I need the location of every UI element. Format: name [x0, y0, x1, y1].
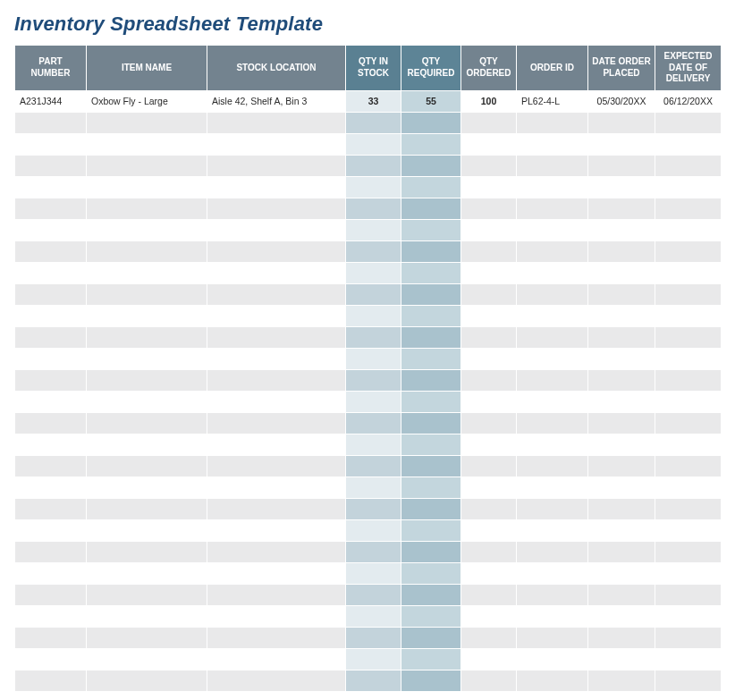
cell-item-name[interactable]	[87, 240, 207, 262]
cell-order-id[interactable]	[517, 519, 588, 541]
cell-qty-ordered[interactable]	[461, 198, 517, 219]
cell-item-name[interactable]	[87, 477, 207, 498]
cell-date-order-placed[interactable]	[588, 434, 655, 455]
cell-date-order-placed[interactable]	[588, 219, 655, 240]
cell-qty-required[interactable]	[401, 369, 461, 391]
cell-part-number[interactable]	[15, 477, 87, 498]
cell-stock-location[interactable]	[207, 477, 346, 498]
cell-qty-ordered[interactable]	[461, 369, 517, 391]
cell-stock-location[interactable]	[207, 648, 346, 670]
cell-qty-ordered[interactable]	[461, 283, 517, 305]
cell-part-number[interactable]	[15, 283, 87, 305]
cell-stock-location[interactable]: Aisle 42, Shelf A, Bin 3	[207, 90, 346, 112]
cell-qty-in-stock[interactable]	[346, 133, 401, 155]
cell-part-number[interactable]	[15, 648, 87, 670]
cell-item-name[interactable]	[87, 112, 207, 133]
cell-qty-required[interactable]	[401, 541, 461, 562]
cell-stock-location[interactable]	[207, 219, 346, 240]
cell-qty-in-stock[interactable]	[346, 176, 401, 198]
cell-part-number[interactable]	[15, 305, 87, 326]
cell-qty-ordered[interactable]	[461, 455, 517, 477]
cell-qty-required[interactable]	[401, 648, 461, 670]
cell-item-name[interactable]	[87, 541, 207, 562]
cell-date-order-placed[interactable]	[588, 198, 655, 219]
cell-expected-date-of-delivery[interactable]	[655, 541, 722, 562]
cell-stock-location[interactable]	[207, 369, 346, 391]
cell-qty-required[interactable]	[401, 176, 461, 198]
cell-item-name[interactable]	[87, 434, 207, 455]
cell-qty-required[interactable]	[401, 562, 461, 584]
cell-qty-in-stock[interactable]	[346, 584, 401, 605]
cell-order-id[interactable]	[517, 670, 588, 691]
cell-order-id[interactable]	[517, 112, 588, 133]
cell-expected-date-of-delivery[interactable]	[655, 262, 722, 283]
cell-order-id[interactable]: PL62-4-L	[517, 90, 588, 112]
cell-qty-required[interactable]	[401, 477, 461, 498]
cell-date-order-placed[interactable]	[588, 391, 655, 412]
cell-expected-date-of-delivery[interactable]	[655, 305, 722, 326]
cell-expected-date-of-delivery[interactable]	[655, 412, 722, 434]
cell-qty-required[interactable]: 55	[401, 90, 461, 112]
cell-qty-required[interactable]	[401, 455, 461, 477]
cell-date-order-placed[interactable]	[588, 369, 655, 391]
cell-date-order-placed[interactable]	[588, 627, 655, 648]
cell-qty-in-stock[interactable]	[346, 348, 401, 369]
cell-item-name[interactable]	[87, 283, 207, 305]
cell-date-order-placed[interactable]	[588, 562, 655, 584]
cell-order-id[interactable]	[517, 348, 588, 369]
cell-part-number[interactable]	[15, 155, 87, 176]
cell-qty-required[interactable]	[401, 519, 461, 541]
cell-qty-in-stock[interactable]	[346, 627, 401, 648]
cell-qty-in-stock[interactable]	[346, 391, 401, 412]
cell-order-id[interactable]	[517, 133, 588, 155]
cell-expected-date-of-delivery[interactable]	[655, 112, 722, 133]
cell-stock-location[interactable]	[207, 541, 346, 562]
cell-order-id[interactable]	[517, 369, 588, 391]
cell-qty-in-stock[interactable]	[346, 477, 401, 498]
cell-item-name[interactable]	[87, 305, 207, 326]
cell-qty-required[interactable]	[401, 584, 461, 605]
cell-order-id[interactable]	[517, 627, 588, 648]
cell-item-name[interactable]	[87, 562, 207, 584]
cell-item-name[interactable]	[87, 670, 207, 691]
cell-date-order-placed[interactable]	[588, 648, 655, 670]
cell-stock-location[interactable]	[207, 605, 346, 627]
cell-part-number[interactable]	[15, 133, 87, 155]
cell-qty-required[interactable]	[401, 219, 461, 240]
cell-qty-ordered[interactable]	[461, 562, 517, 584]
cell-qty-required[interactable]	[401, 262, 461, 283]
cell-qty-in-stock[interactable]	[346, 434, 401, 455]
cell-item-name[interactable]	[87, 369, 207, 391]
cell-order-id[interactable]	[517, 434, 588, 455]
cell-date-order-placed[interactable]	[588, 412, 655, 434]
cell-expected-date-of-delivery[interactable]	[655, 176, 722, 198]
cell-stock-location[interactable]	[207, 627, 346, 648]
cell-item-name[interactable]	[87, 627, 207, 648]
cell-date-order-placed[interactable]	[588, 348, 655, 369]
cell-qty-required[interactable]	[401, 391, 461, 412]
cell-stock-location[interactable]	[207, 519, 346, 541]
cell-qty-required[interactable]	[401, 627, 461, 648]
cell-item-name[interactable]	[87, 605, 207, 627]
cell-qty-ordered[interactable]	[461, 412, 517, 434]
cell-expected-date-of-delivery[interactable]	[655, 562, 722, 584]
cell-date-order-placed[interactable]	[588, 326, 655, 348]
cell-qty-required[interactable]	[401, 305, 461, 326]
cell-qty-in-stock[interactable]	[346, 648, 401, 670]
cell-part-number[interactable]	[15, 412, 87, 434]
cell-expected-date-of-delivery[interactable]	[655, 477, 722, 498]
cell-stock-location[interactable]	[207, 434, 346, 455]
cell-order-id[interactable]	[517, 648, 588, 670]
cell-date-order-placed[interactable]	[588, 262, 655, 283]
cell-order-id[interactable]	[517, 455, 588, 477]
cell-qty-required[interactable]	[401, 498, 461, 519]
cell-stock-location[interactable]	[207, 283, 346, 305]
cell-date-order-placed[interactable]	[588, 305, 655, 326]
cell-part-number[interactable]	[15, 562, 87, 584]
cell-date-order-placed[interactable]	[588, 541, 655, 562]
cell-qty-in-stock[interactable]	[346, 219, 401, 240]
cell-expected-date-of-delivery[interactable]	[655, 605, 722, 627]
cell-item-name[interactable]	[87, 455, 207, 477]
cell-stock-location[interactable]	[207, 155, 346, 176]
cell-order-id[interactable]	[517, 498, 588, 519]
